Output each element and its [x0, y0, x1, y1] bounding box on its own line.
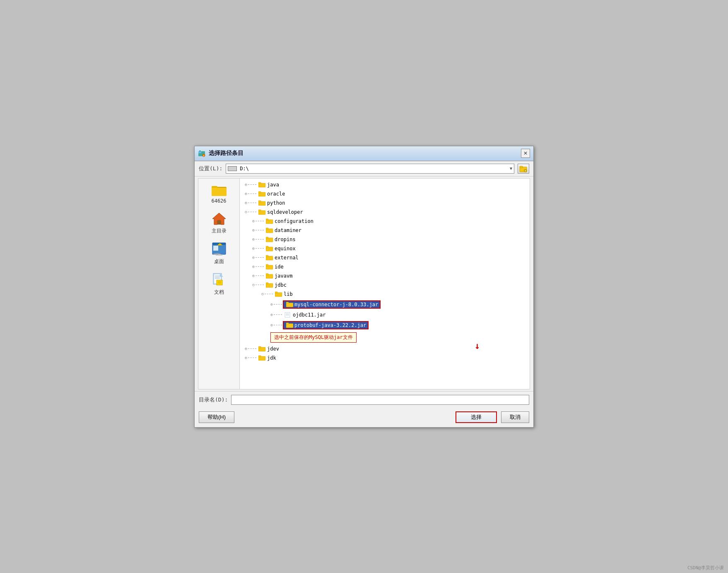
svg-rect-36	[258, 201, 261, 202]
sidebar-item-64626[interactable]: 64626	[202, 183, 236, 206]
svg-rect-48	[266, 255, 268, 257]
tree-item-javavm[interactable]: ⊕ javavm	[240, 271, 530, 280]
button-row: 帮助(H) 选择 取消	[195, 408, 533, 427]
right-panel[interactable]: ⊕ java ⊕ oracle ⊕ python	[240, 179, 530, 389]
tree-item-lib-name: lib	[284, 291, 293, 297]
svg-rect-13	[217, 220, 221, 225]
annotation-tooltip: 选中之前保存的MySQL驱动jar文件	[270, 332, 357, 343]
close-button[interactable]: ✕	[521, 149, 530, 158]
svg-rect-28	[217, 280, 222, 285]
tree-item-external-name: external	[275, 255, 299, 261]
svg-rect-66	[258, 346, 261, 348]
svg-rect-38	[258, 210, 261, 211]
tree-item-python[interactable]: ⊕ python	[240, 198, 530, 208]
select-button[interactable]: 选择	[456, 411, 497, 423]
sidebar-item-docs[interactable]: 文档	[202, 271, 236, 297]
dialog: + 选择路径条目 ✕ 位置(L): D:\ ▼ +	[194, 146, 534, 428]
title-bar: + 选择路径条目 ✕	[195, 146, 533, 161]
tree-item-jdbc-name: jdbc	[275, 282, 287, 288]
annotation-arrow: ↓	[475, 341, 480, 351]
dropdown-arrow-icon[interactable]: ▼	[510, 166, 512, 171]
annotation-area: 选中之前保存的MySQL驱动jar文件 ↓	[240, 332, 530, 343]
tree-item-oracle-name: oracle	[267, 191, 285, 197]
tree-item-dataminer[interactable]: ⊕ dataminer	[240, 226, 530, 235]
tree-item-protobuf-name: protobuf-java-3.22.2.jar	[294, 322, 366, 328]
svg-text:+: +	[525, 169, 527, 172]
tree-item-ide-name: ide	[275, 264, 284, 270]
tree-item-python-name: python	[267, 200, 285, 206]
sidebar-item-docs-label: 文档	[214, 289, 224, 296]
tree-item-mysql-name: mysql-connector-j-8.0.33.jar	[294, 302, 378, 307]
svg-rect-46	[266, 246, 268, 248]
tree-container: ⊕ java ⊕ oracle ⊕ python	[240, 179, 530, 364]
toolbar: 位置(L): D:\ ▼ +	[195, 161, 533, 176]
tree-item-java[interactable]: ⊕ java	[240, 180, 530, 189]
tree-item-ojdbc[interactable]: ⊕ ojdbc11.jar	[240, 310, 530, 319]
tree-item-dropins[interactable]: ⊕ dropins	[240, 235, 530, 244]
new-folder-button[interactable]: +	[518, 164, 529, 174]
tree-item-jdk-name: jdk	[267, 355, 276, 361]
svg-rect-32	[258, 182, 261, 184]
tree-item-jdbc[interactable]: ⊖ jdbc	[240, 280, 530, 290]
svg-rect-11	[212, 188, 227, 196]
tree-item-external[interactable]: ⊕ external	[240, 253, 530, 262]
bottom-section: 目录名(D):	[195, 391, 533, 408]
svg-rect-42	[266, 228, 268, 230]
help-button[interactable]: 帮助(H)	[199, 411, 234, 423]
tree-item-jdev-name: jdev	[267, 346, 279, 352]
location-combo[interactable]: D:\ ▼	[226, 164, 514, 174]
tree-item-equinox-name: equinox	[275, 246, 296, 251]
svg-rect-59	[285, 312, 290, 317]
dir-input[interactable]	[231, 395, 529, 405]
cancel-button[interactable]: 取消	[501, 411, 529, 423]
svg-rect-50	[266, 264, 268, 266]
tree-item-sqldeveloper[interactable]: ⊖ sqldeveloper	[240, 208, 530, 217]
watermark: CSDN@李昊哲小课	[687, 565, 724, 571]
tree-item-configuration[interactable]: ⊕ configuration	[240, 217, 530, 226]
tree-item-dataminer-name: dataminer	[275, 227, 301, 233]
tree-item-protobuf[interactable]: ⊕ protobuf-java-3.22.2.jar	[240, 320, 530, 331]
sidebar-item-desktop[interactable]: 桌面	[202, 240, 236, 267]
tree-item-ojdbc-name: ojdbc11.jar	[293, 312, 325, 318]
tree-item-jdk[interactable]: ⊕ jdk	[240, 353, 530, 363]
tree-item-dropins-name: dropins	[275, 237, 296, 242]
tree-item-lib[interactable]: ⊖ lib	[240, 290, 530, 299]
svg-rect-54	[266, 283, 268, 284]
tree-item-configuration-name: configuration	[275, 218, 313, 224]
dialog-title: 选择路径条目	[209, 150, 521, 157]
left-panel: 64626 主目录	[198, 179, 240, 389]
svg-rect-2	[199, 150, 201, 152]
tree-item-mysql-connector[interactable]: ⊕ mysql-connector-j-8.0.33.jar	[240, 299, 530, 310]
svg-rect-16	[213, 246, 218, 251]
svg-rect-52	[266, 273, 268, 275]
svg-rect-64	[286, 323, 289, 324]
tree-item-sqldeveloper-name: sqldeveloper	[267, 209, 303, 215]
svg-rect-44	[266, 237, 268, 239]
tree-item-javavm-name: javavm	[275, 273, 292, 279]
svg-rect-34	[258, 191, 261, 193]
location-label: 位置(L):	[199, 165, 222, 172]
location-value: D:\	[240, 166, 508, 172]
tree-item-ide[interactable]: ⊕ ide	[240, 262, 530, 271]
svg-rect-58	[286, 302, 289, 304]
dir-label: 目录名(D):	[199, 396, 228, 404]
svg-rect-68	[258, 355, 261, 357]
svg-text:+: +	[203, 154, 205, 157]
sidebar-item-desktop-label: 桌面	[214, 258, 224, 265]
sidebar-item-home[interactable]: 主目录	[202, 210, 236, 236]
drive-icon	[228, 166, 237, 171]
sidebar-item-home-label: 主目录	[212, 227, 227, 235]
svg-rect-6	[520, 166, 523, 168]
svg-rect-56	[275, 292, 277, 293]
tree-item-java-name: java	[267, 182, 279, 188]
main-content: 64626 主目录	[198, 178, 530, 389]
tree-item-jdev[interactable]: ⊕ jdev	[240, 344, 530, 353]
dialog-icon: +	[198, 150, 205, 157]
tree-item-equinox[interactable]: ⊕ equinox	[240, 244, 530, 253]
tree-item-oracle[interactable]: ⊕ oracle	[240, 189, 530, 198]
sidebar-item-64626-label: 64626	[211, 198, 226, 204]
svg-rect-40	[266, 219, 268, 220]
svg-rect-19	[216, 254, 222, 256]
